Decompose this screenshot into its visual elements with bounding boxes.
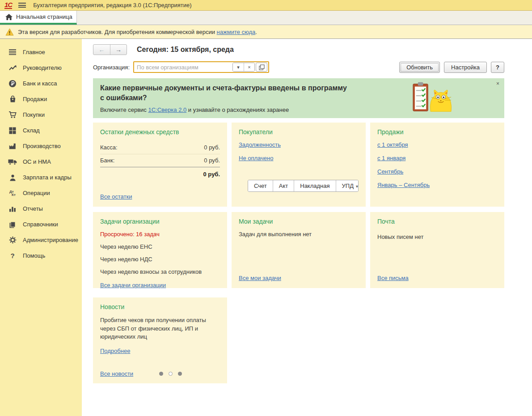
1c-logo-icon: 1С	[4, 2, 12, 9]
act-button[interactable]: Акт	[273, 180, 294, 191]
task-item[interactable]: Через неделю ЕНС	[100, 243, 220, 250]
books-icon	[8, 221, 17, 228]
sales-from-october-link[interactable]: с 1 октября	[377, 141, 497, 148]
back-button[interactable]: ←	[93, 45, 110, 55]
debt-link[interactable]: Задолженность	[239, 141, 359, 148]
sales-jan-sep-link[interactable]: Январь – Сентябрь	[377, 182, 497, 188]
all-mail-link[interactable]: Все письма	[377, 275, 409, 281]
task-item[interactable]: Через неделю взносы за сотрудников	[100, 268, 220, 275]
banner-close-icon[interactable]: ×	[496, 81, 499, 87]
sidebar-item-help[interactable]: ? Помощь	[0, 248, 82, 263]
sidebar-item-label: Справочники	[23, 221, 58, 228]
main-area: ← → Сегодня: 15 октября, среда Организац…	[82, 39, 532, 416]
sidebar-item-label: Отчеты	[23, 205, 43, 212]
sidebar-item-label: Склад	[23, 127, 40, 134]
sidebar-item-warehouse[interactable]: Склад	[0, 123, 82, 138]
cash-row-label: Банк:	[100, 157, 114, 164]
card-title: Новости	[100, 303, 220, 310]
sidebar-item-assets[interactable]: ОС и НМА	[0, 154, 82, 170]
sidebar-item-payroll[interactable]: Зарплата и кадры	[0, 170, 82, 185]
warning-link[interactable]: нажмите сюда	[217, 29, 256, 35]
card-my-tasks: Мои задачи Задач для выполнения нет Все …	[232, 212, 366, 288]
news-dot[interactable]	[159, 372, 163, 376]
all-news-link[interactable]: Все новости	[100, 370, 133, 377]
chevron-down-icon: ▾	[356, 184, 358, 189]
sidebar-item-label: Операции	[23, 190, 50, 196]
sidebar-item-label: ОС и НМА	[23, 158, 51, 165]
tab-home-label: Начальная страница	[16, 13, 72, 20]
window-title: Бухгалтерия предприятия, редакция 3.0 (1…	[33, 2, 191, 8]
home-icon	[5, 14, 13, 20]
card-title: Задачи организации	[100, 218, 220, 225]
history-nav: ← →	[93, 44, 127, 55]
settings-button[interactable]: Настройка	[444, 62, 487, 73]
news-dot[interactable]	[178, 372, 182, 376]
forward-button[interactable]: →	[110, 45, 127, 55]
document-buttons: Счет Акт Накладная УПД▾	[248, 180, 359, 192]
task-item[interactable]: Через неделю НДС	[100, 256, 220, 263]
card-title: Покупатели	[239, 128, 359, 136]
overdue-status[interactable]: Просрочено: 16 задач	[100, 231, 220, 238]
sidebar-item-production[interactable]: Производство	[0, 138, 82, 154]
refresh-button[interactable]: Обновить	[399, 62, 440, 73]
sales-from-january-link[interactable]: с 1 января	[377, 155, 497, 161]
dt-kt-icon: ДтКт	[8, 190, 17, 196]
organization-openlist-button[interactable]	[256, 63, 267, 72]
my-tasks-empty-text: Задач для выполнения нет	[239, 231, 359, 238]
sidebar-item-operations[interactable]: ДтКт Операции	[0, 185, 82, 201]
title-bar: 1С Бухгалтерия предприятия, редакция 3.0…	[0, 0, 532, 11]
banner-body-suffix: и узнавайте о расхождениях заранее	[186, 106, 289, 113]
card-org-tasks: Задачи организации Просрочено: 16 задач …	[93, 212, 227, 288]
boxes-icon	[8, 127, 17, 134]
sidebar-item-label: Администрирование	[23, 237, 78, 243]
invoice-button[interactable]: Счет	[248, 180, 273, 191]
all-balances-link[interactable]: Все остатки	[100, 193, 132, 200]
help-button[interactable]: ?	[491, 62, 504, 73]
organization-clear-button[interactable]: ×	[244, 63, 254, 71]
sidebar: Главное Руководителю Банк и касса Продаж…	[0, 39, 82, 416]
card-news: Новости Пробитие чеков при получении опл…	[93, 297, 227, 383]
sidebar-item-bank[interactable]: Банк и касса	[0, 76, 82, 91]
main-menu-icon[interactable]	[18, 3, 26, 8]
promo-banner: Какие первичные документы и счета-фактур…	[93, 78, 504, 118]
sidebar-item-main[interactable]: Главное	[0, 44, 82, 60]
sidebar-item-reports[interactable]: Отчеты	[0, 201, 82, 216]
news-more-link[interactable]: Подробнее	[100, 348, 220, 354]
sidebar-item-manager[interactable]: Руководителю	[0, 60, 82, 76]
sidebar-item-purchases[interactable]: Покупки	[0, 107, 82, 123]
cat-clipboard-illustration	[412, 81, 452, 113]
tab-home[interactable]: Начальная страница	[0, 11, 77, 25]
sidebar-item-administration[interactable]: Администрирование	[0, 232, 82, 248]
warning-bar: Эта версия для разработчиков. Для приобр…	[0, 25, 532, 39]
news-dot[interactable]	[169, 372, 173, 376]
warning-text-main: Эта версия для разработчиков. Для приобр…	[18, 29, 215, 35]
truck-icon	[8, 159, 17, 165]
organization-input[interactable]	[134, 63, 232, 72]
upd-button[interactable]: УПД▾	[336, 180, 359, 191]
open-list-icon	[259, 64, 265, 70]
sidebar-item-label: Покупки	[23, 111, 45, 118]
organization-field: ▾ ×	[133, 61, 269, 73]
clear-icon: ×	[248, 64, 250, 70]
sidebar-item-directories[interactable]: Справочники	[0, 216, 82, 232]
sidebar-item-label: Продажи	[23, 96, 47, 102]
all-org-tasks-link[interactable]: Все задачи организации	[100, 282, 166, 289]
card-buyers: Покупатели Задолженность Не оплачено Сче…	[232, 123, 366, 207]
back-arrow-icon: ←	[99, 46, 105, 53]
warning-text: Эта версия для разработчиков. Для приобр…	[18, 29, 257, 35]
waybill-button[interactable]: Накладная	[294, 180, 335, 191]
all-my-tasks-link[interactable]: Все мои задачи	[239, 275, 281, 281]
unpaid-link[interactable]: Не оплачено	[239, 155, 359, 161]
menu-lines-icon	[8, 49, 17, 55]
organization-dropdown-button[interactable]: ▾	[233, 63, 244, 71]
card-title: Остатки денежных средств	[100, 128, 220, 136]
gear-icon	[8, 236, 17, 244]
sidebar-item-sales[interactable]: Продажи	[0, 91, 82, 107]
card-mail: Почта Новых писем нет Все письма	[370, 212, 504, 288]
news-item-text: Пробитие чеков при получении оплаты чере…	[100, 316, 220, 342]
tab-strip: Начальная страница	[0, 11, 532, 25]
cart-icon	[8, 111, 17, 119]
factory-icon	[8, 143, 17, 149]
sverka-link[interactable]: 1С:Сверка 2.0	[148, 106, 186, 113]
sales-september-link[interactable]: Сентябрь	[377, 168, 497, 175]
